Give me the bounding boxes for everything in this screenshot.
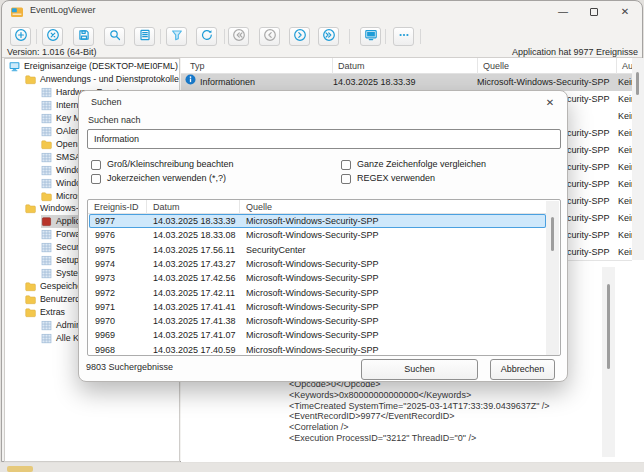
xml-line: <Execution ProcessID="3212" ThreadID="0"… <box>289 433 476 443</box>
result-row[interactable]: 997414.03.2025 17.43.27Microsoft-Windows… <box>89 257 546 271</box>
result-id: 9975 <box>95 243 145 257</box>
filter-icon <box>170 28 184 46</box>
column-header-kategorie[interactable]: Aufgabenkategorie <box>616 58 632 74</box>
window-title: EventLogViewer <box>30 5 95 15</box>
results-scrollbar[interactable] <box>546 201 559 356</box>
event-kategorie: Keine <box>618 108 632 125</box>
search-results-table: Ereignis-ID Datum Quelle 997714.03.2025 … <box>87 199 561 356</box>
tree-item-ereignisanzeige-desktop-mei0fml[interactable]: Ereignisanzeige (DESKTOP-MEI0FML) <box>9 60 180 73</box>
event-table-header: Typ Datum Quelle Aufgabenkategorie <box>181 58 632 74</box>
result-quelle: Microsoft-Windows-Security-SPP <box>246 286 536 300</box>
results-header-datum[interactable]: Datum <box>146 200 239 214</box>
search-button[interactable]: Suchen <box>361 359 478 380</box>
event-list-icon <box>138 28 152 46</box>
event-kategorie: Keine <box>618 91 632 108</box>
toolbar-button-previous-event-icon[interactable] <box>259 27 280 46</box>
toolbar-button-last-event-icon[interactable] <box>318 27 339 46</box>
tree-item-label: Ereignisanzeige (DESKTOP-MEI0FML) <box>24 60 178 73</box>
toolbar-button-first-event-icon[interactable] <box>228 27 249 46</box>
dialog-close-icon[interactable]: ✕ <box>541 95 559 111</box>
close-button[interactable]: ✕ <box>610 1 640 23</box>
info-icon <box>185 74 200 91</box>
result-datum: 14.03.2025 17.40.59 <box>153 343 239 356</box>
result-quelle: Microsoft-Windows-Security-SPP <box>246 300 536 314</box>
log-icon <box>41 320 52 331</box>
result-row[interactable]: 997014.03.2025 17.41.38Microsoft-Windows… <box>89 314 546 328</box>
log-icon <box>41 333 52 344</box>
event-row[interactable]: Informationen14.03.2025 18.33.39Microsof… <box>181 74 632 91</box>
event-datum: 14.03.2025 18.33.39 <box>333 74 476 91</box>
tree-item-label: Anwendungs - und Dienstprotokolle <box>40 73 179 86</box>
whole-string-checkbox[interactable] <box>341 160 351 170</box>
results-header-quelle[interactable]: Quelle <box>239 200 546 214</box>
maximize-button[interactable] <box>579 1 609 23</box>
folder-icon <box>25 203 36 214</box>
result-datum: 14.03.2025 17.56.11 <box>153 243 239 257</box>
toolbar-button-save-icon[interactable] <box>73 27 94 46</box>
toolbar-button-event-list-icon[interactable] <box>134 27 155 46</box>
toolbar-button-filter-icon[interactable] <box>166 27 187 46</box>
close-circle-icon <box>46 28 60 46</box>
search-dialog: Suchen ✕ Suchen nach Groß/Kleinschreibun… <box>78 90 568 382</box>
display-icon <box>364 28 378 46</box>
event-kategorie: Keine <box>618 125 632 142</box>
result-id: 9971 <box>95 300 145 314</box>
toolbar-separator <box>385 29 386 44</box>
computer-icon <box>9 61 20 72</box>
event-table-scrollbar[interactable] <box>632 58 644 260</box>
column-header-quelle[interactable]: Quelle <box>477 58 616 74</box>
regex-checkbox[interactable] <box>341 174 351 184</box>
toolbar-button-add-circle-icon[interactable] <box>10 27 31 46</box>
log-icon <box>41 100 52 111</box>
xml-view-scrollbar[interactable] <box>602 267 615 457</box>
log-icon <box>41 165 52 176</box>
log-icon <box>41 113 52 124</box>
search-input[interactable] <box>87 129 561 149</box>
result-datum: 14.03.2025 18.33.08 <box>153 228 239 242</box>
results-table-header: Ereignis-ID Datum Quelle <box>88 200 546 214</box>
result-row[interactable]: 997114.03.2025 17.41.41Microsoft-Windows… <box>89 300 546 314</box>
event-kategorie: Keine <box>618 210 632 227</box>
result-row[interactable]: 997214.03.2025 17.42.11Microsoft-Windows… <box>89 286 546 300</box>
minimize-button[interactable]: — <box>548 1 578 23</box>
folder-icon <box>41 139 52 150</box>
log-icon <box>41 229 52 240</box>
toolbar-button-search-icon[interactable] <box>104 27 125 46</box>
result-row[interactable]: 996814.03.2025 17.40.59Microsoft-Windows… <box>89 343 546 356</box>
result-row[interactable]: 997314.03.2025 17.42.56Microsoft-Windows… <box>89 271 546 285</box>
result-row[interactable]: 997514.03.2025 17.56.11SecurityCenter <box>89 243 546 257</box>
case-sensitive-checkbox[interactable] <box>91 160 101 170</box>
log-icon <box>41 268 52 279</box>
result-id: 9973 <box>95 271 145 285</box>
tree-item-extras[interactable]: Extras <box>25 306 69 319</box>
event-typ: Informationen <box>200 74 255 91</box>
toolbar-button-next-event-icon[interactable] <box>289 27 310 46</box>
result-quelle: Microsoft-Windows-Security-SPP <box>246 314 536 328</box>
toolbar-separator <box>36 29 37 44</box>
result-row[interactable]: 997714.03.2025 18.33.39Microsoft-Windows… <box>89 214 546 228</box>
log-icon <box>41 87 52 98</box>
toolbar-button-close-circle-icon[interactable] <box>42 27 63 46</box>
wildcard-checkbox[interactable] <box>91 174 101 184</box>
wildcard-label: Jokerzeichen verwenden (*,?) <box>107 173 226 183</box>
tree-item-anwendungs-und-dienstprotokolle[interactable]: Anwendungs - und Dienstprotokolle <box>25 73 180 86</box>
log-icon <box>41 178 52 189</box>
toolbar-separator <box>420 29 421 44</box>
folder-icon <box>25 74 36 85</box>
folder-icon <box>25 294 36 305</box>
result-datum: 14.03.2025 17.43.27 <box>153 257 239 271</box>
toolbar-button-refresh-icon[interactable] <box>196 27 217 46</box>
result-quelle: Microsoft-Windows-Security-SPP <box>246 271 536 285</box>
column-header-typ[interactable]: Typ <box>185 58 331 74</box>
event-kategorie: Keine <box>618 176 632 193</box>
toolbar-button-more-icon[interactable] <box>393 27 414 46</box>
cancel-button[interactable]: Abbrechen <box>490 359 555 380</box>
result-datum: 14.03.2025 18.33.39 <box>153 214 239 228</box>
result-row[interactable]: 996914.03.2025 17.41.07Microsoft-Windows… <box>89 328 546 342</box>
result-quelle: Microsoft-Windows-Security-SPP <box>246 343 536 356</box>
result-row[interactable]: 997614.03.2025 18.33.08Microsoft-Windows… <box>89 228 546 242</box>
desktop-icon-sliver <box>7 466 33 472</box>
column-header-datum[interactable]: Datum <box>332 58 477 74</box>
results-header-id[interactable]: Ereignis-ID <box>88 200 146 214</box>
toolbar-button-display-icon[interactable] <box>360 27 381 46</box>
